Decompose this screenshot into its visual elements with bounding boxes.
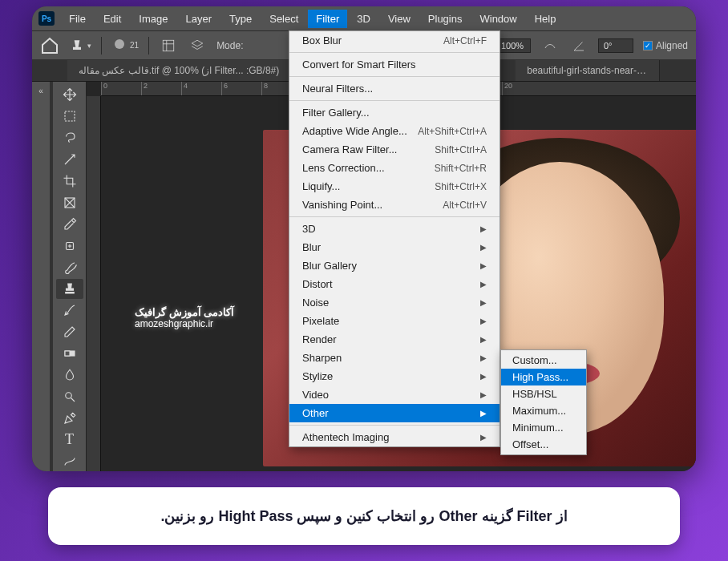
caption-text: از Filter گزینه Other رو انتخاب کنین و س… [160,507,567,525]
pen-tool-icon[interactable] [56,408,83,428]
menu-select[interactable]: Select [261,10,306,28]
photoshop-logo-icon: Ps [38,11,55,26]
menu-file[interactable]: File [61,10,94,28]
airbrush-icon[interactable] [540,36,560,55]
menu-window[interactable]: Window [471,10,524,28]
eyedropper-tool-icon[interactable] [56,214,83,234]
menu-vanishing-point[interactable]: Vanishing Point...Alt+Ctrl+V [289,196,499,214]
svg-point-7 [65,393,71,399]
menu-3d[interactable]: 3D [349,10,378,28]
photoshop-window: Ps File Edit Image Layer Type Select Fil… [32,6,696,471]
svg-rect-2 [65,111,75,121]
menu-filter-gallery[interactable]: Filter Gallery... [289,103,499,122]
mode-label: Mode: [216,40,243,51]
submenu-offset[interactable]: Offset... [501,436,586,453]
history-brush-icon[interactable] [56,301,83,321]
brush-tool-icon[interactable] [56,257,83,277]
menubar: Ps File Edit Image Layer Type Select Fil… [32,6,696,30]
submenu-custom[interactable]: Custom... [501,352,586,369]
aligned-checkbox[interactable]: ✓Aligned [643,40,688,51]
frame-tool-icon[interactable] [56,192,83,212]
stamp-preset-icon[interactable]: ▾ [69,38,91,54]
brush-preset[interactable]: 21 [111,38,139,54]
menu-video-sub[interactable]: Video▶ [289,385,499,404]
home-icon[interactable] [40,36,59,55]
menu-other-sub[interactable]: Other▶ [289,404,499,422]
angle-icon[interactable] [569,36,588,55]
submenu-minimum[interactable]: Minimum... [501,419,586,436]
menu-liquify[interactable]: Liquify...Shift+Ctrl+X [289,177,499,196]
collapse-strip: « [32,82,50,471]
menu-type[interactable]: Type [221,10,260,28]
menu-plugins[interactable]: Plugins [420,10,471,28]
menu-pixelate-sub[interactable]: Pixelate▶ [289,312,499,330]
angle-field[interactable]: 0° [598,38,633,53]
flow-field[interactable]: 100% [495,38,531,53]
type-tool-icon[interactable]: T [56,430,83,450]
menu-adaptive-wide[interactable]: Adaptive Wide Angle...Alt+Shift+Ctrl+A [289,122,499,140]
blur-tool-icon[interactable] [56,365,83,385]
stamp-tool-icon[interactable] [56,279,83,299]
menu-blur-gallery-sub[interactable]: Blur Gallery▶ [289,256,499,275]
menu-filter[interactable]: Filter [308,10,347,28]
ruler-vertical [87,96,101,471]
path-tool-icon[interactable] [56,451,83,471]
menu-edit[interactable]: Edit [95,10,129,28]
healing-tool-icon[interactable] [56,236,83,256]
toolbox: T [53,82,87,471]
submenu-hsb-hsl[interactable]: HSB/HSL [501,385,586,402]
move-tool-icon[interactable] [56,85,83,105]
menu-view[interactable]: View [380,10,419,28]
menu-3d-sub[interactable]: 3D▶ [289,220,499,238]
menu-camera-raw[interactable]: Camera Raw Filter...Shift+Ctrl+A [289,140,499,159]
menu-help[interactable]: Help [527,10,564,28]
document-tab-2[interactable]: beautiful-girl-stands-near-wa [516,60,660,81]
menu-box-blur[interactable]: Box BlurAlt+Ctrl+F [289,31,499,50]
layers-icon[interactable] [188,36,207,55]
menu-layer[interactable]: Layer [178,10,220,28]
wand-tool-icon[interactable] [56,150,83,170]
menu-convert-smart[interactable]: Convert for Smart Filters [289,55,499,74]
menu-distort-sub[interactable]: Distort▶ [289,275,499,293]
svg-rect-6 [65,351,70,356]
menu-render-sub[interactable]: Render▶ [289,330,499,349]
menu-blur-sub[interactable]: Blur▶ [289,238,499,256]
collapse-icon[interactable]: « [34,87,48,95]
submenu-high-pass[interactable]: High Pass... [501,369,586,385]
menu-stylize-sub[interactable]: Stylize▶ [289,367,499,385]
menu-noise-sub[interactable]: Noise▶ [289,293,499,312]
menu-neural-filters[interactable]: Neural Filters... [289,79,499,98]
marquee-tool-icon[interactable] [56,107,83,127]
eraser-tool-icon[interactable] [56,322,83,342]
menu-athentech-sub[interactable]: Athentech Imaging▶ [289,428,499,446]
other-submenu: Custom... High Pass... HSB/HSL Maximum..… [500,349,587,455]
lasso-tool-icon[interactable] [56,128,83,148]
svg-rect-1 [163,40,174,51]
gradient-tool-icon[interactable] [56,344,83,364]
menu-sharpen-sub[interactable]: Sharpen▶ [289,349,499,367]
menu-lens-correction[interactable]: Lens Correction...Shift+Ctrl+R [289,159,499,177]
document-tab-1[interactable]: قالب عکس مقاله.tif @ 100% (از Filter... … [67,60,291,81]
menu-image[interactable]: Image [131,10,176,28]
instruction-caption: از Filter گزینه Other رو انتخاب کنین و س… [48,487,680,545]
submenu-maximum[interactable]: Maximum... [501,402,586,419]
svg-point-0 [115,39,124,49]
dodge-tool-icon[interactable] [56,386,83,406]
filter-dropdown-menu: Box BlurAlt+Ctrl+F Convert for Smart Fil… [289,30,500,447]
brush-panel-icon[interactable] [159,36,178,55]
crop-tool-icon[interactable] [56,172,83,192]
watermark: آکادمی آموزش گرافیک amozeshgraphic.ir [135,306,234,329]
